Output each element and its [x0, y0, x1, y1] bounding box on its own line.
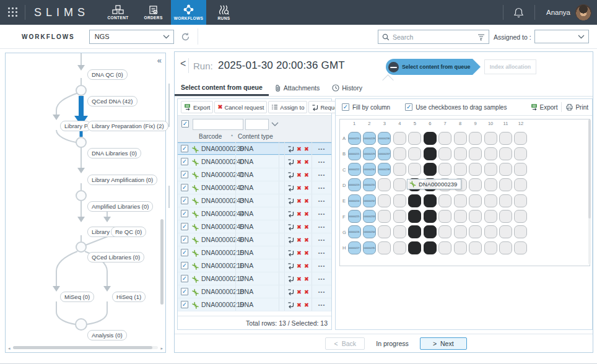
well-F2[interactable]: 00000233: [363, 210, 376, 223]
row-more-button[interactable]: [312, 246, 331, 259]
well-G6[interactable]: [424, 225, 437, 238]
well-B7[interactable]: [438, 147, 451, 160]
well-F8[interactable]: [454, 210, 467, 223]
remove-icon[interactable]: [304, 210, 309, 217]
row-more-button[interactable]: [312, 181, 331, 194]
app-grid-menu-icon[interactable]: [6, 6, 20, 19]
cancel-request-icon[interactable]: [297, 210, 302, 217]
row-checkbox[interactable]: [181, 262, 188, 269]
scroll-left-arrow[interactable]: ◂: [8, 346, 11, 351]
use-checkboxes-option[interactable]: Use checkboxes to drag samples: [405, 103, 507, 111]
tab-history[interactable]: History: [326, 80, 368, 96]
workflow-node-re-qc[interactable]: Re QC (0): [111, 227, 146, 237]
well-D9[interactable]: [469, 178, 482, 191]
well-G9[interactable]: [469, 225, 482, 238]
well-G1[interactable]: 00000226: [348, 225, 361, 238]
well-C11[interactable]: [499, 163, 512, 176]
table-row[interactable]: DNA00000241 DNA: [178, 168, 331, 181]
table-row[interactable]: DNA00000215 DNA: [178, 246, 331, 259]
well-A12[interactable]: [514, 132, 527, 145]
table-row[interactable]: DNA00000242 DNA: [178, 181, 331, 194]
remove-icon[interactable]: [304, 158, 309, 165]
well-E9[interactable]: [469, 194, 482, 207]
cancel-request-icon[interactable]: [297, 275, 302, 282]
workflow-node-dna-libraries[interactable]: DNA Libraries (0): [87, 148, 141, 158]
user-avatar[interactable]: [575, 4, 591, 20]
nav-item-runs[interactable]: RUNS: [206, 0, 242, 25]
column-header-content-type[interactable]: Content type: [238, 133, 273, 140]
well-G5[interactable]: [408, 225, 421, 238]
vertical-scrollbar[interactable]: [160, 219, 163, 305]
remove-icon[interactable]: [304, 236, 309, 243]
remove-icon[interactable]: [304, 288, 309, 295]
export-button[interactable]: Export: [181, 101, 213, 113]
well-H6[interactable]: [424, 241, 437, 254]
panel-resize-handle[interactable]: [168, 186, 170, 208]
well-E1[interactable]: 00000224: [348, 194, 361, 207]
table-row[interactable]: DNA00000216 DNA: [178, 259, 331, 272]
well-G3[interactable]: [378, 225, 391, 238]
well-A11[interactable]: [499, 132, 512, 145]
well-E2[interactable]: 00000232: [363, 194, 376, 207]
row-checkbox[interactable]: [181, 223, 188, 230]
row-checkbox[interactable]: [181, 249, 188, 256]
workflow-node-dna-qc[interactable]: DNA QC (0): [87, 69, 128, 80]
row-more-button[interactable]: [312, 220, 331, 233]
next-button[interactable]: > Next: [420, 337, 467, 350]
workflow-node-analysis[interactable]: Analysis (0): [87, 330, 127, 340]
assign-to-button[interactable]: Assign to: [268, 101, 307, 113]
row-checkbox[interactable]: [181, 236, 188, 243]
table-row[interactable]: DNA00000243 DNA: [178, 194, 331, 207]
refresh-icon[interactable]: [181, 32, 190, 41]
filter-funnel-icon[interactable]: [477, 33, 485, 41]
well-B11[interactable]: [499, 147, 512, 160]
nav-item-orders[interactable]: ORDERS: [136, 0, 171, 25]
well-G2[interactable]: 00000234: [363, 225, 376, 238]
back-chevron-icon[interactable]: <: [180, 59, 186, 69]
row-more-button[interactable]: [312, 207, 331, 220]
remove-icon[interactable]: [304, 249, 309, 256]
table-row[interactable]: DNA00000244 DNA: [178, 207, 331, 220]
row-checkbox[interactable]: [181, 210, 188, 217]
step-index-allocation[interactable]: Index allocation: [484, 59, 536, 74]
workflow-node-library-prep[interactable]: Library Prep: [60, 121, 91, 131]
well-H4[interactable]: [393, 241, 406, 254]
cancel-request-icon[interactable]: [297, 288, 302, 295]
search-input[interactable]: [393, 33, 474, 41]
well-B9[interactable]: [469, 147, 482, 160]
row-checkbox[interactable]: [181, 158, 188, 165]
well-G11[interactable]: [499, 225, 512, 238]
row-checkbox[interactable]: [181, 184, 188, 191]
well-F3[interactable]: [378, 210, 391, 223]
assigned-to-select[interactable]: [534, 30, 589, 43]
well-H7[interactable]: [438, 241, 451, 254]
cancel-request-icon[interactable]: [297, 171, 302, 178]
requeue-icon[interactable]: [287, 249, 294, 256]
well-A7[interactable]: [438, 132, 451, 145]
well-B5[interactable]: [408, 147, 421, 160]
cancel-request-icon[interactable]: [297, 158, 302, 165]
well-H1[interactable]: 00000227: [348, 241, 361, 254]
row-more-button[interactable]: [312, 194, 331, 207]
well-H5[interactable]: [408, 241, 421, 254]
well-B1[interactable]: 00000221: [348, 147, 361, 160]
well-C6[interactable]: [424, 163, 437, 176]
step-select-content[interactable]: Select content from queue: [386, 59, 473, 75]
well-G4[interactable]: [393, 225, 406, 238]
table-row[interactable]: DNA00000218 DNA: [178, 285, 331, 298]
well-F4[interactable]: [393, 210, 406, 223]
user-name[interactable]: Ananya: [546, 9, 570, 16]
requeue-icon[interactable]: [287, 197, 294, 204]
workflow-node-qced-dna[interactable]: QCed DNA (42): [87, 96, 137, 106]
requeue-icon[interactable]: [287, 145, 294, 152]
nav-item-workflows[interactable]: WORKFLOWS: [171, 0, 206, 25]
remove-icon[interactable]: [304, 262, 309, 269]
row-checkbox[interactable]: [181, 288, 188, 295]
nav-item-content[interactable]: CONTENT: [100, 0, 136, 25]
well-H2[interactable]: 00000235: [363, 241, 376, 254]
well-D4[interactable]: [393, 178, 406, 191]
filter-options-chevron-icon[interactable]: [271, 122, 279, 127]
requeue-icon[interactable]: [287, 223, 294, 230]
cancel-request-icon[interactable]: [297, 249, 302, 256]
cancel-request-icon[interactable]: [297, 236, 302, 243]
